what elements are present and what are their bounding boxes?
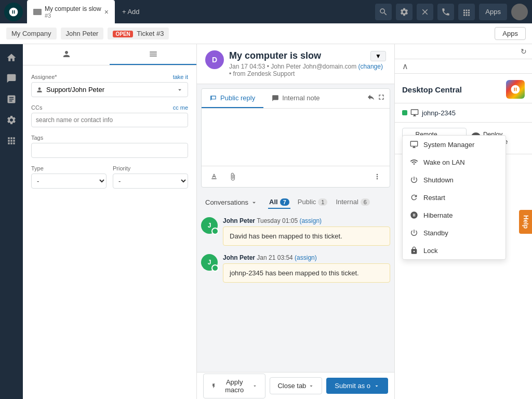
conversations-tabs: All 7 Public 1 Internal 6 bbox=[268, 196, 371, 209]
reports-nav-icon[interactable] bbox=[2, 90, 21, 109]
public-count-badge: 1 bbox=[318, 198, 327, 206]
expand-icon bbox=[377, 93, 385, 101]
restart-item[interactable]: Restart bbox=[403, 189, 506, 206]
priority-label: Priority bbox=[113, 165, 188, 171]
priority-field: Priority - Low Normal High Urgent bbox=[113, 165, 188, 189]
cc-input[interactable] bbox=[31, 113, 188, 127]
collapse-icon[interactable]: ∧ bbox=[402, 61, 408, 71]
conversations-filter[interactable]: Conversations bbox=[205, 198, 258, 206]
ticket-breadcrumb[interactable]: OPEN Ticket #3 bbox=[108, 28, 169, 39]
shutdown-item[interactable]: Shutdown bbox=[403, 171, 506, 189]
zendesk-logo[interactable] bbox=[4, 3, 23, 21]
public-reply-tab[interactable]: Public reply bbox=[202, 89, 263, 108]
close-tab-label: Close tab bbox=[277, 382, 306, 390]
settings-button[interactable] bbox=[396, 4, 413, 20]
phone-button[interactable] bbox=[437, 4, 454, 20]
assign-link[interactable]: (assign) bbox=[299, 217, 322, 224]
cc-me-link[interactable]: cc me bbox=[173, 104, 188, 111]
apps-button[interactable]: Apps bbox=[479, 4, 507, 20]
lightning-icon bbox=[211, 382, 217, 390]
wake-on-lan-item[interactable]: Wake on LAN bbox=[403, 153, 506, 171]
reply-tab-bar: Public reply Internal note bbox=[202, 89, 390, 109]
close-tab-button[interactable]: Close tab bbox=[270, 377, 322, 394]
lock-item[interactable]: Lock bbox=[403, 242, 506, 259]
hibernate-icon bbox=[410, 211, 418, 219]
assignee-select[interactable]: Support/John Peter bbox=[31, 82, 188, 97]
message-content: John Peter Tuesday 01:05 (assign) David … bbox=[223, 217, 390, 246]
admin-nav-icon[interactable] bbox=[2, 111, 21, 129]
desktop-central-header: Desktop Central bbox=[395, 74, 532, 103]
type-select[interactable]: - Incident Problem Question Task bbox=[31, 174, 107, 189]
monitor-icon bbox=[410, 109, 419, 117]
user-avatar[interactable] bbox=[511, 4, 528, 20]
standby-item[interactable]: Standby bbox=[403, 224, 506, 242]
search-button[interactable] bbox=[375, 4, 392, 20]
apps-right-button[interactable]: Apps bbox=[495, 27, 526, 40]
reply-editor[interactable] bbox=[202, 109, 390, 166]
top-bar: My computer is slow #3 × + Add Apps bbox=[0, 0, 532, 23]
avatar-status-dot bbox=[211, 264, 219, 272]
add-tab-button[interactable]: + Add bbox=[117, 8, 145, 16]
sidebar-form: Assignee* take it Support/John Peter CCs… bbox=[23, 65, 196, 399]
message-avatar: J bbox=[201, 254, 218, 271]
lock-icon bbox=[410, 246, 418, 255]
ticket-tab[interactable]: My computer is slow #3 × bbox=[27, 0, 115, 23]
wake-on-lan-label: Wake on LAN bbox=[423, 158, 465, 166]
grid-button[interactable] bbox=[458, 4, 475, 20]
submit-label: Submit as o bbox=[335, 382, 370, 390]
shutdown-icon bbox=[410, 176, 418, 184]
assign-link[interactable]: (assign) bbox=[295, 254, 317, 261]
ticket-dropdown-button[interactable]: ▼ bbox=[370, 51, 386, 61]
attachment-icon[interactable] bbox=[225, 169, 240, 184]
apps-nav-icon[interactable] bbox=[2, 131, 21, 150]
close-button[interactable] bbox=[417, 4, 433, 20]
hibernate-item[interactable]: Hibernate bbox=[403, 206, 506, 224]
assignee-label: Assignee* take it bbox=[31, 74, 188, 80]
assignee-value: Support/John Peter bbox=[36, 86, 104, 94]
reply-toolbar bbox=[202, 166, 390, 187]
tags-field: Tags bbox=[31, 135, 188, 158]
internal-count-badge: 6 bbox=[361, 198, 370, 206]
conv-tab-all[interactable]: All 7 bbox=[268, 196, 290, 209]
sidebar-tab-bar bbox=[23, 44, 196, 65]
message-time: Jan 21 03:54 bbox=[257, 254, 292, 261]
conversations-chevron-icon bbox=[250, 199, 258, 206]
ticket-number: Ticket #3 bbox=[137, 30, 164, 37]
apply-macro-button[interactable]: Apply macro bbox=[203, 374, 265, 398]
message-content: John Peter Jan 21 03:54 (assign) johnp-2… bbox=[223, 254, 390, 283]
tab-title-info: My computer is slow #3 bbox=[45, 5, 101, 19]
refresh-icon[interactable]: ↻ bbox=[521, 47, 527, 56]
conv-tab-public[interactable]: Public 1 bbox=[297, 196, 329, 209]
zendesk-sidebar bbox=[0, 44, 23, 399]
help-button[interactable]: Help bbox=[519, 209, 532, 233]
change-link[interactable]: (change) bbox=[358, 63, 383, 70]
wake-on-lan-icon bbox=[410, 158, 418, 166]
sidebar-tab-user[interactable] bbox=[23, 44, 110, 65]
user-breadcrumb[interactable]: John Peter bbox=[61, 28, 104, 39]
message-item: J John Peter Jan 21 03:54 (assign) johnp… bbox=[201, 254, 390, 283]
tags-label: Tags bbox=[31, 135, 188, 141]
sidebar-tab-details[interactable] bbox=[110, 44, 196, 65]
machine-row: johnp-2345 bbox=[395, 103, 532, 123]
internal-note-tab[interactable]: Internal note bbox=[263, 89, 328, 108]
restart-icon bbox=[410, 193, 418, 202]
home-nav-icon[interactable] bbox=[2, 48, 21, 67]
system-manager-item[interactable]: System Manager bbox=[403, 136, 506, 153]
conv-tab-internal[interactable]: Internal 6 bbox=[335, 196, 371, 209]
all-count-badge: 7 bbox=[280, 198, 289, 206]
dc-title: Desktop Central bbox=[402, 85, 462, 94]
system-manager-icon bbox=[410, 140, 418, 149]
ticket-meta: Jan 17 04:53 • John Peter John@domain.co… bbox=[229, 63, 386, 77]
take-it-link[interactable]: take it bbox=[173, 74, 188, 80]
text-format-icon[interactable] bbox=[207, 169, 221, 184]
shutdown-label: Shutdown bbox=[423, 176, 454, 184]
submit-button[interactable]: Submit as o bbox=[326, 378, 388, 394]
tab-close-button[interactable]: × bbox=[104, 8, 109, 16]
tags-input[interactable] bbox=[31, 143, 188, 158]
more-options-icon[interactable] bbox=[370, 169, 384, 184]
company-breadcrumb[interactable]: My Company bbox=[6, 28, 57, 39]
ticket-header: D My computer is slow ▼ Jan 17 04:53 • J… bbox=[197, 44, 394, 84]
priority-select[interactable]: - Low Normal High Urgent bbox=[113, 174, 188, 189]
tickets-nav-icon[interactable] bbox=[2, 69, 21, 88]
system-manager-label: System Manager bbox=[423, 141, 474, 149]
